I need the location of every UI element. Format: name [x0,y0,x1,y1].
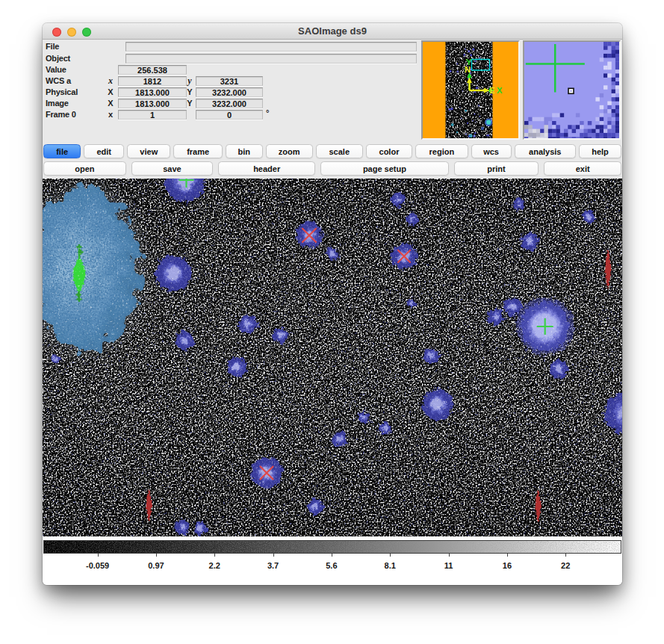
colorbar-tick-label: 2.2 [192,561,237,570]
physical-y-designator: Y [184,87,195,97]
panner-north-label: N [465,65,471,74]
image-y-field[interactable]: 3232.000 [196,99,263,108]
image-label: Image [46,99,69,108]
colorbar-gradient[interactable] [43,540,621,554]
menu-zoom-button[interactable]: zoom [266,144,313,158]
action-header-button[interactable]: header [218,161,315,176]
colorbar-tick [390,554,391,557]
action-exit-button[interactable]: exit [544,161,621,176]
value-field[interactable]: 256.538 [118,65,187,75]
action-open-button[interactable]: open [43,161,126,176]
image-x-field[interactable]: 1813.000 [118,99,187,108]
colorbar-widget: -0.0590.972.23.75.68.1111622 [43,536,622,585]
action-save-button[interactable]: save [131,161,213,176]
action-print-button[interactable]: print [454,161,539,176]
panner[interactable]: YNXE [421,40,520,140]
frame-rotation-field[interactable]: 0 [196,110,263,120]
action-page-setup-button[interactable]: page setup [320,161,448,176]
colorbar-tick [214,554,215,557]
menu-color-button[interactable]: color [366,144,412,158]
menu-edit-button[interactable]: edit [84,144,124,158]
frame-x-designator: x [105,110,116,120]
wcs-label: WCS a [46,76,71,86]
colorbar-tick-label: 22 [543,561,588,570]
sky-noise-overlay [43,179,622,536]
wcs-y-designator: y [184,76,195,86]
colorbar-tick-label: 8.1 [367,561,412,570]
wcs-x-designator: x [105,76,116,86]
colorbar-tick-label: 0.97 [134,561,179,570]
panner-east-label: E [490,86,495,95]
colorbar-tick [565,554,566,557]
magnifier-cursor-box [568,88,574,93]
app-window: SAOImage ds9 File Object Value 256.538 W… [43,23,622,585]
menu-region-button[interactable]: region [415,144,468,158]
colorbar-tick [98,554,99,557]
panner-x-axis-label: X [497,86,503,95]
menu-bar: fileeditviewframebinzoomscalecolorregion… [43,144,621,158]
image-y-designator: Y [184,99,195,108]
physical-x-designator: X [105,87,116,97]
menu-wcs-button[interactable]: wcs [471,144,512,158]
file-label: File [46,42,59,52]
menu-bin-button[interactable]: bin [226,144,263,158]
colorbar-tick [332,554,332,557]
file-menu-bar: opensaveheaderpage setupprintexit [43,161,621,176]
menu-analysis-button[interactable]: analysis [515,144,576,158]
colorbar-tick [449,554,450,557]
object-field[interactable] [125,54,417,64]
colorbar-tick [507,554,508,557]
colorbar-tick-label: 5.6 [309,561,354,570]
window-title: SAOImage ds9 [43,23,622,40]
title-bar[interactable]: SAOImage ds9 [43,23,622,40]
wcs-x-field[interactable]: 1812 [118,76,187,86]
physical-x-field[interactable]: 1813.000 [118,87,187,97]
file-field[interactable] [125,42,417,52]
physical-y-field[interactable]: 3232.000 [196,87,263,97]
colorbar-tick [156,554,157,557]
physical-label: Physical [46,87,78,97]
colorbar-tick [273,554,274,557]
colorbar-tick-label: 16 [485,561,530,570]
image-canvas[interactable] [43,179,622,536]
colorbar-tick-label: -0.059 [75,561,120,570]
frame-label: Frame 0 [46,110,76,120]
menu-help-button[interactable]: help [579,144,621,158]
menu-scale-button[interactable]: scale [316,144,363,158]
object-label: Object [46,54,70,64]
frame-zoom-field[interactable]: 1 [118,110,187,120]
degree-sign: ° [266,108,269,117]
menu-frame-button[interactable]: frame [173,144,223,158]
menu-view-button[interactable]: view [127,144,170,158]
wcs-y-field[interactable]: 3231 [196,76,263,86]
colorbar-tick-label: 11 [426,561,471,570]
image-x-designator: X [105,99,116,108]
value-label: Value [46,65,66,75]
menu-file-button[interactable]: file [43,144,81,158]
colorbar-tick-label: 3.7 [251,561,296,570]
magnifier[interactable] [523,40,621,140]
